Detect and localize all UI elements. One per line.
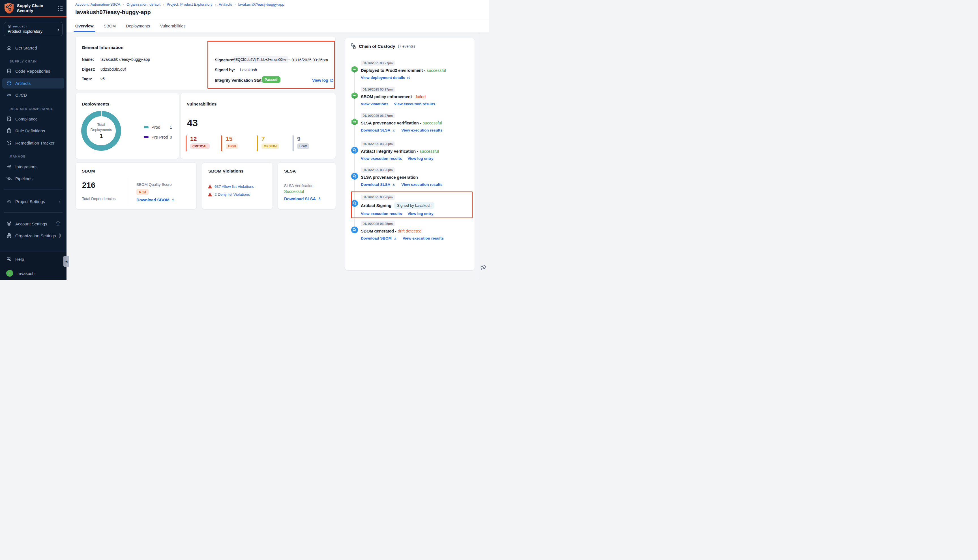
sidebar-user[interactable]: L Lavakush xyxy=(2,268,64,278)
prod-legend-marker xyxy=(144,126,149,128)
scan-event-icon xyxy=(351,200,358,207)
page-title: lavakush07/easy-buggy-app xyxy=(75,9,151,15)
sidebar-item-project-settings[interactable]: Project Settings › xyxy=(2,196,64,207)
tab-deployments[interactable]: Deployments xyxy=(126,20,150,32)
sidebar-item-label: Pipelines xyxy=(15,176,33,181)
slsa-card: SLSA SLSA Verification Successful Downlo… xyxy=(278,162,336,209)
doc-search-icon xyxy=(6,116,12,122)
sidebar-item-cicd[interactable]: ∞ CI/CD xyxy=(2,90,64,100)
sidebar-item-label: Compliance xyxy=(15,117,38,121)
view-log-entry-link[interactable]: View log entry xyxy=(407,212,433,216)
sidebar-item-get-started[interactable]: Get Started xyxy=(2,42,64,53)
app-switcher-icon[interactable] xyxy=(58,6,63,11)
event-timestamp: 01/16/2025 03:26pm xyxy=(361,195,395,200)
sidebar-item-integrations[interactable]: Integrations xyxy=(2,161,64,172)
stat-critical: 12 CRITICAL xyxy=(186,135,210,151)
custody-header: Chain of Custody (7 events) xyxy=(350,43,415,49)
view-violations-link[interactable]: View violations xyxy=(361,102,388,106)
breadcrumb-organization[interactable]: Organization: default xyxy=(127,2,160,7)
sidebar-item-remediation-tracker[interactable]: Remediation Tracker xyxy=(2,137,64,148)
signature-value[interactable]: MEQCICde2VjIT...bL+2+mqnOXw== xyxy=(234,56,289,63)
feedback-chat-icon[interactable] xyxy=(480,264,487,271)
stat-low: 9 LOW xyxy=(293,135,309,151)
tab-overview[interactable]: Overview xyxy=(75,20,93,32)
download-slsa-link[interactable]: Download SLSA xyxy=(361,182,396,187)
custody-title: Chain of Custody xyxy=(359,44,395,49)
view-execution-results-link[interactable]: View execution results xyxy=(401,182,442,187)
view-execution-results-link[interactable]: View execution results xyxy=(361,212,402,216)
legend-prod: Prod xyxy=(144,125,160,130)
download-slsa-link[interactable]: Download SLSA xyxy=(361,128,396,132)
info-icon[interactable]: i xyxy=(59,233,60,238)
pipeline-event-icon: ∞ xyxy=(351,66,358,73)
sidebar-item-code-repositories[interactable]: Code Repositories xyxy=(2,66,64,77)
warning-triangle-icon xyxy=(208,192,212,197)
pipeline-icon xyxy=(6,176,12,181)
breadcrumb-account[interactable]: Account: Automation-SSCA xyxy=(75,2,120,7)
sidebar-item-pipelines[interactable]: Pipelines xyxy=(2,173,64,184)
download-sbom-label: Download SBOM xyxy=(137,198,170,202)
deployments-donut-chart[interactable]: Total Deployments 1 xyxy=(81,111,121,151)
view-execution-results-link[interactable]: View execution results xyxy=(403,236,444,240)
sbom-violations-card: SBOM Violations 637 Allow list Violation… xyxy=(202,162,273,209)
legend-label: Pre Prod xyxy=(152,135,168,140)
signed-by-badge: Signed by Lavakush xyxy=(394,202,434,209)
download-icon xyxy=(393,237,397,240)
sidebar-item-label: Help xyxy=(15,257,24,262)
legend-label: Prod xyxy=(152,125,160,130)
sidebar-item-label: Code Repositories xyxy=(15,69,50,73)
svg-text:?: ? xyxy=(8,257,9,259)
view-execution-results-link[interactable]: View execution results xyxy=(361,157,402,161)
custody-event: 01/16/2025 03:27pm Deployed to Prod2 env… xyxy=(361,60,470,80)
breadcrumb-artifacts[interactable]: Artifacts xyxy=(219,2,232,7)
download-slsa-link[interactable]: Download SLSA xyxy=(284,197,322,201)
user-name: Lavakush xyxy=(17,271,35,276)
view-log-link[interactable]: View log xyxy=(312,78,334,83)
project-name: Product Exploratory xyxy=(8,29,59,34)
breadcrumb-separator: › xyxy=(215,3,216,7)
sidebar-item-compliance[interactable]: Compliance xyxy=(2,113,64,124)
help-chat-icon: ? xyxy=(6,256,12,262)
project-selector[interactable]: PROJECT Product Exploratory › xyxy=(4,22,63,36)
card-title: Deployments xyxy=(82,102,109,107)
chain-of-custody-panel: Chain of Custody (7 events) ∞ 01/16/2025… xyxy=(345,38,475,270)
deny-list-violations-link[interactable]: 2 Deny list Violations xyxy=(215,192,250,197)
critical-count: 12 xyxy=(190,135,210,142)
breadcrumb-separator: › xyxy=(235,3,236,7)
sidebar-item-label: Artifacts xyxy=(15,81,30,86)
sidebar-item-label: Get Started xyxy=(15,45,37,50)
event-title: SBOM policy enforcement - xyxy=(361,95,414,99)
sidebar-item-rule-definitions[interactable]: Rule Definitions xyxy=(2,125,64,136)
download-sbom-link[interactable]: Download SBOM xyxy=(361,236,397,240)
breadcrumb-current[interactable]: lavakush07/easy-buggy-app xyxy=(238,2,284,7)
download-sbom-link[interactable]: Download SBOM xyxy=(137,198,175,202)
view-log-entry-link[interactable]: View log entry xyxy=(407,157,433,161)
event-title: SLSA provenance verification - xyxy=(361,121,421,125)
view-deployment-details-link[interactable]: View deployment details xyxy=(361,75,411,80)
cube-icon xyxy=(6,80,12,86)
event-status: successful xyxy=(423,121,442,125)
sidebar-item-artifacts[interactable]: Artifacts xyxy=(2,78,64,88)
sidebar-collapse-handle[interactable]: ◄ xyxy=(63,256,69,267)
breadcrumb-project[interactable]: Project: Product Exploratory xyxy=(167,2,212,7)
custody-event: 01/16/2025 03:26pm Artifact Integrity Ve… xyxy=(361,141,470,161)
sidebar-item-label: Account Settings xyxy=(15,222,47,226)
sidebar-item-account-settings[interactable]: Account Settings i xyxy=(2,218,64,229)
sidebar-item-label: Rule Definitions xyxy=(15,128,45,133)
allow-list-violations-link[interactable]: 637 Allow list Violations xyxy=(215,184,254,188)
vertical-divider xyxy=(212,53,212,82)
view-execution-results-link[interactable]: View execution results xyxy=(394,102,435,106)
view-execution-results-link[interactable]: View execution results xyxy=(401,128,442,132)
custody-event: 01/16/2025 03:27pm SLSA provenance verif… xyxy=(361,113,470,132)
sidebar-item-organization-settings[interactable]: Organization Settings i xyxy=(2,230,64,241)
stat-high: 15 HIGH xyxy=(221,135,238,151)
info-icon[interactable]: i xyxy=(56,222,60,226)
donut-total-value: 1 xyxy=(100,133,103,140)
link-label: Download SLSA xyxy=(361,128,390,132)
tab-sbom[interactable]: SBOM xyxy=(104,20,116,32)
tab-vulnerabilities[interactable]: Vulnerabilities xyxy=(160,20,186,32)
sidebar-item-help[interactable]: ? Help xyxy=(2,254,64,265)
medium-count: 7 xyxy=(262,135,279,142)
card-title: SBOM Violations xyxy=(208,168,244,174)
sidebar: Supply Chain Security PROJECT Product Ex… xyxy=(0,0,67,280)
